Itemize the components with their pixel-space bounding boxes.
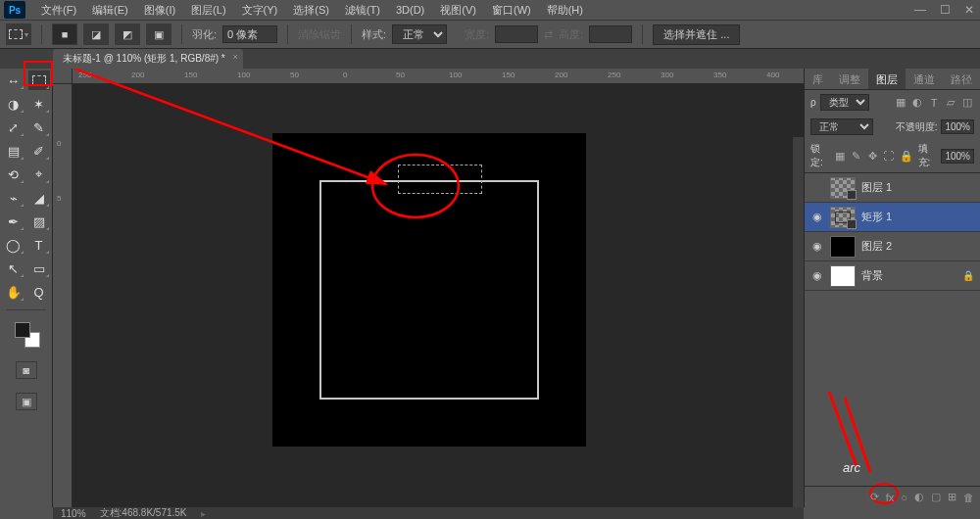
minimize-button[interactable]: —	[914, 3, 926, 17]
menu-type[interactable]: 文字(Y)	[234, 1, 286, 20]
blur-tool[interactable]: ✒	[3, 212, 24, 231]
menu-help[interactable]: 帮助(H)	[539, 1, 591, 20]
history-brush-tool[interactable]: ⌖	[28, 165, 50, 184]
visibility-toggle[interactable]: ◉	[810, 269, 824, 283]
healing-tool[interactable]: ▤	[3, 141, 24, 161]
foreground-color[interactable]	[15, 322, 30, 338]
quick-mask-tool[interactable]: ◙	[16, 361, 37, 379]
lock-trans-icon[interactable]: ▦	[834, 149, 846, 163]
close-button[interactable]: ✕	[964, 3, 974, 17]
eyedropper-tool[interactable]: ✎	[28, 118, 50, 137]
menu-file[interactable]: 文件(F)	[33, 1, 84, 20]
eraser-tool[interactable]: ⌁	[3, 188, 24, 208]
ruler-horizontal[interactable]: 250 200 150 100 50 0 50 100 150 200 250 …	[73, 69, 804, 84]
layer-thumbnail[interactable]	[830, 177, 856, 199]
move-tool[interactable]: ↔	[3, 71, 24, 90]
menu-filter[interactable]: 滤镜(T)	[337, 1, 388, 20]
crop-tool[interactable]: ⤢	[3, 118, 24, 137]
filter-adjust-icon[interactable]: ◐	[910, 96, 924, 110]
tab-paths[interactable]: 路径	[943, 69, 980, 89]
close-icon[interactable]: ×	[233, 52, 238, 62]
filter-type-icon[interactable]: T	[927, 96, 941, 110]
menu-edit[interactable]: 编辑(E)	[84, 1, 136, 20]
screen-mode-tool[interactable]: ▣	[16, 393, 37, 410]
visibility-toggle[interactable]: ◉	[810, 240, 824, 254]
menu-window[interactable]: 窗口(W)	[484, 1, 539, 20]
lock-pos-icon[interactable]: ✥	[866, 149, 878, 163]
tab-channels[interactable]: 通道	[906, 69, 943, 89]
tab-layers[interactable]: 图层	[868, 69, 906, 89]
marquee-tool[interactable]	[28, 71, 50, 90]
shape-tool[interactable]: ▭	[28, 259, 50, 278]
dodge-tool[interactable]: ▨	[28, 212, 50, 231]
link-layers-icon[interactable]: ⟳	[870, 491, 879, 503]
clone-tool[interactable]: ⟲	[3, 165, 24, 184]
tab-adjustments[interactable]: 调整	[831, 69, 868, 89]
layer-thumbnail[interactable]	[830, 207, 856, 228]
document-tab[interactable]: 未标题-1 @ 110% (矩形 1, RGB/8#) * ×	[53, 49, 243, 69]
menu-image[interactable]: 图像(I)	[136, 1, 183, 20]
lock-artboard-icon[interactable]: ⛶	[883, 149, 895, 163]
canvas[interactable]	[272, 133, 586, 447]
zoom-tool[interactable]: Q	[28, 282, 50, 302]
lock-paint-icon[interactable]: ✎	[851, 149, 862, 163]
selection-intersect-icon[interactable]: ▣	[146, 24, 172, 45]
menu-select[interactable]: 选择(S)	[285, 1, 337, 20]
trash-icon[interactable]: 🗑	[963, 492, 974, 503]
selection-add-icon[interactable]: ◪	[83, 24, 109, 45]
color-swatches[interactable]	[13, 320, 40, 348]
filter-smart-icon[interactable]: ◫	[960, 96, 974, 110]
pen-tool[interactable]: ◯	[3, 235, 24, 255]
menu-view[interactable]: 视图(V)	[432, 1, 484, 20]
lasso-tool[interactable]: ◑	[3, 94, 24, 114]
gradient-tool[interactable]: ◢	[28, 188, 50, 208]
tool-preset-icon[interactable]: ▾	[6, 24, 31, 45]
layer-name[interactable]: 图层 2	[861, 239, 974, 254]
visibility-toggle[interactable]	[810, 181, 824, 195]
path-select-tool[interactable]: ↖	[3, 259, 24, 278]
layer-row[interactable]: 图层 1	[805, 173, 980, 203]
layer-row[interactable]: ◉ 图层 2	[805, 232, 980, 261]
filter-shape-icon[interactable]: ▱	[944, 96, 957, 110]
fill-value[interactable]: 100%	[941, 149, 974, 164]
style-select[interactable]: 正常	[392, 24, 447, 44]
filter-pixel-icon[interactable]: ▦	[894, 96, 907, 110]
maximize-button[interactable]: ☐	[940, 3, 951, 17]
layer-row[interactable]: ◉ 矩形 1	[805, 203, 980, 232]
selection-new-icon[interactable]: ■	[52, 24, 77, 45]
selection-subtract-icon[interactable]: ◩	[115, 24, 140, 45]
rectangle-shape	[319, 180, 539, 400]
status-bar: 110% 文档:468.8K/571.5K ▸	[53, 507, 804, 519]
visibility-toggle[interactable]: ◉	[810, 211, 824, 224]
layer-row[interactable]: ◉ 背景 🔒	[805, 261, 980, 291]
menu-3d[interactable]: 3D(D)	[388, 2, 432, 18]
group-icon[interactable]: ▢	[931, 491, 941, 503]
adjustment-layer-icon[interactable]: ◐	[914, 491, 924, 503]
layer-name[interactable]: 图层 1	[861, 180, 974, 195]
opacity-value[interactable]: 100%	[941, 119, 974, 134]
magic-wand-tool[interactable]: ✶	[28, 94, 50, 114]
layer-thumbnail[interactable]	[830, 265, 856, 287]
type-tool[interactable]: T	[28, 235, 50, 255]
mask-icon[interactable]: ○	[901, 492, 907, 503]
zoom-level[interactable]: 110%	[61, 508, 86, 519]
lock-label: 锁定:	[810, 142, 829, 169]
status-chevron-icon[interactable]: ▸	[201, 508, 206, 519]
layer-name[interactable]: 背景	[861, 268, 956, 283]
layer-name[interactable]: 矩形 1	[861, 210, 974, 224]
dock-strip[interactable]	[792, 137, 804, 519]
layer-thumbnail[interactable]	[830, 236, 856, 258]
fx-icon[interactable]: fx	[886, 492, 895, 503]
blend-mode-select[interactable]: 正常	[810, 118, 873, 135]
feather-input[interactable]	[222, 25, 277, 43]
tab-library[interactable]: 库	[805, 69, 831, 89]
layer-kind-select[interactable]: 类型	[820, 94, 869, 111]
ruler-vertical[interactable]: 0 5	[53, 84, 73, 507]
swap-wh-icon: ⇄	[544, 28, 553, 41]
brush-tool[interactable]: ✐	[28, 141, 50, 161]
refine-edge-button[interactable]: 选择并遮住 ...	[653, 24, 740, 45]
new-layer-icon[interactable]: ⊞	[948, 491, 956, 503]
hand-tool[interactable]: ✋	[3, 282, 24, 302]
menu-layer[interactable]: 图层(L)	[183, 1, 233, 20]
lock-all-icon[interactable]: 🔒	[900, 149, 913, 163]
